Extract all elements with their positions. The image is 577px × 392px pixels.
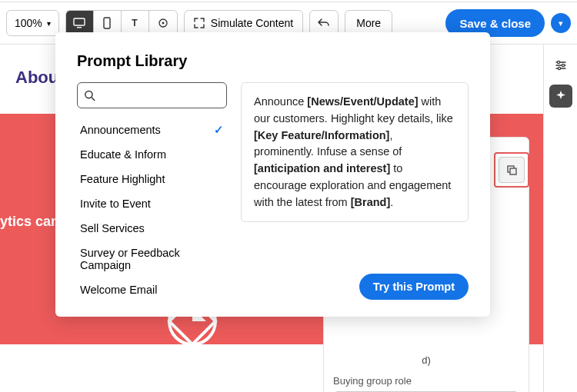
more-label: More <box>356 17 381 29</box>
category-item-announcements[interactable]: Announcements ✓ <box>77 118 227 142</box>
copy-icon <box>505 164 518 176</box>
search-input[interactable] <box>95 89 220 101</box>
prompt-preview: Announce [News/Event/Update] with our cu… <box>241 82 469 222</box>
svg-rect-0 <box>74 18 85 25</box>
svg-point-8 <box>558 67 560 69</box>
try-prompt-button[interactable]: Try this Prompt <box>359 274 469 300</box>
chevron-down-icon: ▾ <box>559 18 563 28</box>
zoom-value: 100% <box>15 17 42 29</box>
category-item-survey[interactable]: Survey or Feedback Campaign <box>77 241 227 277</box>
category-item-educate[interactable]: Educate & Inform <box>77 142 227 167</box>
save-dropdown-button[interactable]: ▾ <box>551 13 571 33</box>
desktop-icon <box>73 18 85 28</box>
search-icon <box>84 89 95 101</box>
floating-action-group <box>494 152 529 188</box>
modal-title: Prompt Library <box>77 52 469 70</box>
zoom-dropdown[interactable]: 100% ▾ <box>6 10 59 36</box>
buying-group-label: Buying group role <box>333 375 519 387</box>
category-label: Announcements <box>80 124 161 136</box>
ai-rail-button[interactable] <box>549 85 572 108</box>
category-item-welcome[interactable]: Welcome Email <box>77 277 227 300</box>
svg-point-5 <box>162 22 164 25</box>
svg-point-7 <box>562 64 564 66</box>
category-item-feature[interactable]: Feature Highlight <box>77 167 227 191</box>
expand-icon <box>194 18 205 28</box>
svg-rect-2 <box>104 18 110 28</box>
mobile-icon <box>103 17 111 29</box>
svg-rect-1 <box>77 27 82 28</box>
svg-text:T: T <box>132 18 138 28</box>
card-badge: d) <box>333 354 519 366</box>
simulate-label: Simulate Content <box>211 17 293 29</box>
text-icon: T <box>129 18 140 28</box>
category-label: Feature Highlight <box>80 173 165 185</box>
svg-rect-11 <box>510 168 516 174</box>
sparkle-icon <box>555 90 567 102</box>
copy-button[interactable] <box>499 157 525 183</box>
category-label: Welcome Email <box>80 284 157 296</box>
search-input-wrap[interactable] <box>77 82 227 108</box>
category-label: Invite to Event <box>80 198 151 210</box>
category-label: Survey or Feedback Campaign <box>80 247 224 271</box>
settings-rail-button[interactable] <box>549 54 572 77</box>
right-rail <box>543 45 577 392</box>
chevron-down-icon: ▾ <box>47 19 51 28</box>
svg-line-13 <box>92 98 95 101</box>
category-label: Educate & Inform <box>80 148 166 161</box>
category-item-sell[interactable]: Sell Services <box>77 216 227 241</box>
prompt-library-modal: Prompt Library Announcements ✓ Educate &… <box>55 32 490 317</box>
undo-icon <box>318 18 330 28</box>
category-item-invite[interactable]: Invite to Event <box>77 191 227 216</box>
check-icon: ✓ <box>214 124 224 136</box>
category-label: Sell Services <box>80 222 145 234</box>
target-icon <box>158 18 168 28</box>
sliders-icon <box>554 58 568 72</box>
category-list: Announcements ✓ Educate & Inform Feature… <box>77 118 227 300</box>
svg-point-6 <box>557 61 559 63</box>
